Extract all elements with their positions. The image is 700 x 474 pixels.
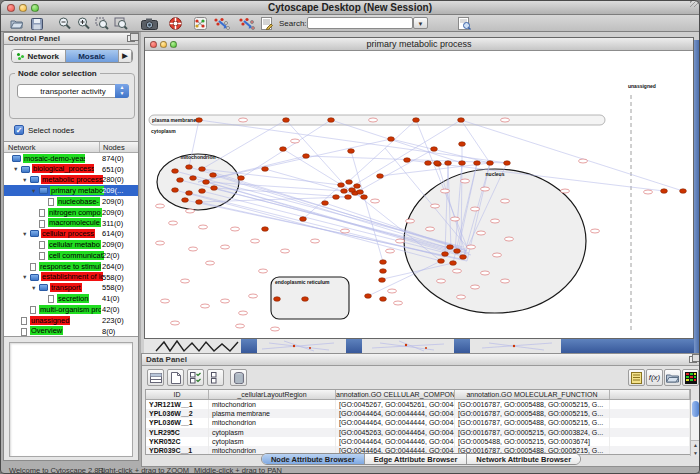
tree-expander-icon[interactable]: ▼ [22, 274, 27, 280]
table-row[interactable]: YPL036W__2plasma membrane[GO:0044464, GO… [146, 409, 690, 418]
table-row[interactable]: YKR052Ccytoplasm[GO:0044464, GO:0044446,… [146, 437, 690, 446]
tree-item-label[interactable]: nitrogen compo [48, 208, 102, 217]
tree-row[interactable]: ▼biological_process651(0) [4, 164, 138, 175]
scrollbar-thumb[interactable] [692, 401, 699, 417]
tree-item-label[interactable]: cellular metabo [48, 240, 101, 249]
birdseye-view-panel[interactable] [9, 342, 133, 457]
tree-item-label[interactable]: establishment of lo [41, 272, 103, 281]
dropdown-stepper-icon[interactable]: ▲▼ [115, 84, 129, 98]
heatmap-icon[interactable] [682, 369, 699, 386]
table-column-header[interactable]: annotation.GO MOLECULAR_FUNCTION [455, 390, 610, 399]
table-cell[interactable]: mitochondrion [209, 400, 336, 409]
delete-attribute-icon[interactable] [230, 369, 247, 386]
load-attributes-icon[interactable] [664, 369, 681, 386]
tree-row[interactable]: cell communicat22(0) [4, 250, 138, 261]
apply-layout-alt-icon[interactable] [237, 17, 255, 30]
float-panel-icon[interactable] [689, 356, 697, 363]
network-canvas[interactable]: plasma membranecytoplasmmitochondrionnuc… [145, 51, 693, 338]
table-cell[interactable]: YKR052C [146, 437, 209, 446]
float-panel-icon[interactable] [127, 35, 135, 42]
table-row[interactable]: YLR295Ccytoplasm[GO:0045263, GO:0044464,… [146, 428, 690, 437]
tree-expander-icon[interactable]: ▼ [22, 231, 27, 237]
table-column-header[interactable]: annotation.GO CELLULAR_COMPONENT [336, 390, 455, 399]
select-nodes-checkbox[interactable]: ✓ [14, 125, 24, 135]
tree-row[interactable]: nitrogen compo209(0) [4, 207, 138, 218]
help-lifebuoy-icon[interactable] [168, 17, 182, 30]
tree-item-label[interactable]: response to stimulu [39, 262, 101, 271]
save-icon[interactable] [30, 17, 44, 30]
table-row[interactable]: YPL036W__1mitochondrion[GO:0044464, GO:0… [146, 418, 690, 427]
tree-item-label[interactable]: metabolic process [41, 175, 103, 184]
table-cell[interactable]: YLR295C [146, 428, 209, 437]
annotation-icon[interactable] [260, 17, 274, 30]
table-cell[interactable]: [GO:0005488, GO:0005215, GO:0003674] [455, 437, 610, 446]
tree-column-nodes[interactable]: Nodes [103, 143, 125, 152]
tree-item-label[interactable]: transport [50, 283, 82, 292]
tab-overflow-arrow[interactable]: ▶ [119, 50, 132, 62]
zoom-out-icon[interactable] [57, 17, 71, 30]
tree-row[interactable]: response to stimulu264(0) [4, 261, 138, 272]
select-attributes-icon[interactable] [187, 369, 204, 386]
tree-item-label[interactable]: biological_process [32, 164, 94, 173]
table-cell[interactable]: plasma membrane [209, 409, 336, 418]
attribute-browser-tab[interactable]: Node Attribute Browser [262, 454, 365, 464]
zoom-fit-icon[interactable] [114, 17, 128, 30]
attribute-browser-tab[interactable]: Edge Attribute Browser [365, 454, 467, 464]
open-folder-icon[interactable] [9, 17, 23, 30]
table-cell[interactable]: [GO:0044464, GO:0044444, GO:0044425, G..… [336, 409, 455, 418]
tree-item-label[interactable]: mosaic-demo-yeast [23, 154, 85, 163]
table-cell[interactable]: [GO:0045263, GO:0044464, GO:0044455, G..… [336, 428, 455, 437]
table-cell[interactable]: [GO:0016787, GO:0005488, GO:0005215, G..… [455, 400, 610, 409]
new-attribute-icon[interactable] [167, 369, 184, 386]
tree-item-label[interactable]: multi-organism pro [39, 305, 101, 314]
table-cell[interactable]: [GO:0016787, GO:0005215, GO:0003824, G..… [455, 428, 610, 437]
import-attributes-icon[interactable] [628, 369, 645, 386]
table-column-header[interactable]: ID [146, 390, 209, 399]
tree-expander-icon[interactable]: ▼ [31, 285, 36, 291]
table-cell[interactable]: [GO:0045267, GO:0045261, GO:0044464, G..… [336, 400, 455, 409]
table-cell[interactable]: [GO:0016787, GO:0005488, GO:0005215, G..… [455, 418, 610, 427]
tree-expander-icon[interactable]: ▼ [31, 188, 36, 194]
table-cell[interactable]: [GO:0016787, GO:0005488, GO:0005215, G..… [455, 409, 610, 418]
advanced-search-icon[interactable] [457, 17, 471, 30]
tree-expander-icon[interactable]: ▼ [13, 166, 18, 172]
tab-mosaic[interactable]: Mosaic [66, 50, 120, 62]
tree-row[interactable]: ▼metabolic process280(0) [4, 175, 138, 186]
tree-row[interactable]: ▼primary metabo209(... [4, 185, 138, 196]
table-cell[interactable]: YPL036W__2 [146, 409, 209, 418]
zoom-in-icon[interactable] [76, 17, 90, 30]
window-resize-grip[interactable] [690, 0, 698, 7]
tree-item-label[interactable]: cell communicat [48, 251, 104, 260]
tree-row[interactable]: ▼transport558(0) [4, 283, 138, 294]
attribute-browser-tab[interactable]: Network Attribute Browser [467, 454, 580, 464]
tree-row[interactable]: Overview8(0) [4, 326, 138, 337]
table-cell[interactable]: YJR121W__1 [146, 400, 209, 409]
table-cell[interactable]: YPL036W__1 [146, 418, 209, 427]
background-view-thumbnail[interactable] [262, 341, 552, 351]
snapshot-camera-icon[interactable] [140, 17, 158, 30]
tree-item-label[interactable]: secretion [57, 294, 89, 303]
tree-row[interactable]: nucleobase-209(0) [4, 196, 138, 207]
apply-layout-icon[interactable] [212, 17, 230, 30]
network-view-titlebar[interactable]: primary metabolic process [145, 38, 693, 51]
table-cell[interactable]: cytoplasm [209, 428, 336, 437]
tree-row[interactable]: mosaic-demo-yeast874(0) [4, 153, 138, 164]
table-cell[interactable]: [GO:0044464, GO:0044444, GO:0044425, G..… [336, 418, 455, 427]
table-cell[interactable]: [GO:0044464, GO:0044446, GO:0044444, G..… [336, 437, 455, 446]
tree-item-label[interactable]: Overview [30, 326, 63, 335]
table-cell[interactable]: mitochondrion [209, 418, 336, 427]
zoom-selected-icon[interactable] [95, 17, 109, 30]
tree-row[interactable]: cellular metabo209(0) [4, 239, 138, 250]
node-color-dropdown[interactable]: transporter activity ▲▼ [17, 84, 129, 98]
search-dropdown-arrow[interactable]: ▼ [413, 17, 428, 29]
tree-item-label[interactable]: cellular process [41, 229, 95, 238]
table-scrollbar[interactable]: ▲▼ [690, 400, 699, 456]
table-cell[interactable]: cytoplasm [209, 437, 336, 446]
tree-row[interactable]: secretion41(0) [4, 293, 138, 304]
create-network-icon[interactable] [193, 17, 207, 30]
tree-item-label[interactable]: macromolecule [48, 218, 101, 227]
tree-row[interactable]: multi-organism pro42(0) [4, 304, 138, 315]
tree-row[interactable]: ▼establishment of lo558(0) [4, 272, 138, 283]
tree-row[interactable]: unassigned223(0) [4, 315, 138, 326]
function-builder-icon[interactable]: f(x) [646, 369, 663, 386]
